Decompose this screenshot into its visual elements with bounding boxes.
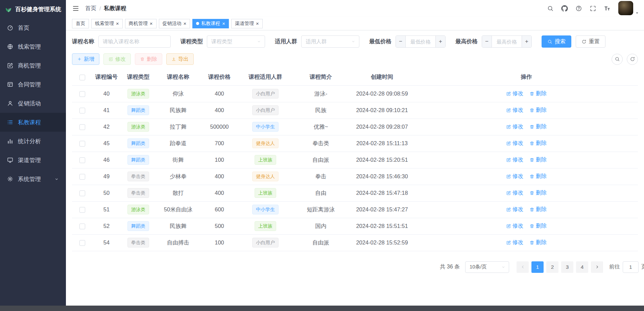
row-edit-link[interactable]: 修改 <box>506 206 523 213</box>
course-audience-cell: 小白用户 <box>238 234 292 251</box>
sidebar-item-home[interactable]: 首页 <box>0 18 66 37</box>
search-button[interactable]: 搜索 <box>542 35 571 48</box>
row-checkbox[interactable] <box>79 174 85 180</box>
sidebar-item-channel[interactable]: 渠道管理 <box>0 151 66 170</box>
page-button-2[interactable]: 2 <box>546 261 558 273</box>
tab-business[interactable]: 商机管理× <box>125 19 157 28</box>
page-button-4[interactable]: 4 <box>576 261 588 273</box>
breadcrumb-home[interactable]: 首页 <box>85 5 96 12</box>
user-menu[interactable] <box>618 1 639 16</box>
row-delete-link[interactable]: 删除 <box>529 90 547 97</box>
min-price-input[interactable] <box>406 36 435 47</box>
close-icon[interactable]: × <box>222 21 225 26</box>
tab-home[interactable]: 首页 <box>72 19 89 28</box>
fullscreen-button[interactable] <box>587 2 599 15</box>
goto-label: 前往 <box>609 263 620 270</box>
sidebar-item-promotion[interactable]: 促销活动 <box>0 94 66 113</box>
export-button[interactable]: 导出 <box>166 53 194 65</box>
refresh-table-button[interactable] <box>627 54 638 65</box>
tab-promotion[interactable]: 促销活动× <box>159 19 190 28</box>
sidebar-item-system[interactable]: 系统管理 <box>0 170 66 188</box>
select-all-checkbox[interactable] <box>79 75 85 80</box>
row-delete-link[interactable]: 删除 <box>529 173 547 180</box>
toggle-search-button[interactable] <box>612 54 623 65</box>
row-checkbox[interactable] <box>79 141 85 147</box>
column-header: 课程简介 <box>292 69 349 85</box>
edit-button[interactable]: 修改 <box>103 53 131 65</box>
font-size-button[interactable] <box>601 2 613 15</box>
app-logo[interactable]: 百杉健身管理系统 <box>0 0 66 18</box>
tab-channel[interactable]: 渠道管理× <box>231 19 263 28</box>
reset-button[interactable]: 重置 <box>576 35 605 48</box>
sidebar-item-label: 合同管理 <box>18 81 41 88</box>
row-edit-link[interactable]: 修改 <box>506 173 523 180</box>
sidebar-item-courses[interactable]: 私教课程 <box>0 113 66 132</box>
sidebar-item-business[interactable]: 商机管理 <box>0 56 66 75</box>
row-delete-link[interactable]: 删除 <box>529 206 547 213</box>
sidebar-item-contract[interactable]: 合同管理 <box>0 75 66 94</box>
row-edit-link[interactable]: 修改 <box>506 123 523 130</box>
close-icon[interactable]: × <box>116 21 119 26</box>
row-edit-link[interactable]: 修改 <box>506 223 523 230</box>
tab-label: 促销活动 <box>163 21 182 27</box>
row-edit-link[interactable]: 修改 <box>506 107 523 114</box>
page-button-3[interactable]: 3 <box>561 261 573 273</box>
delete-button[interactable]: 删除 <box>135 53 162 65</box>
column-header: 创建时间 <box>349 69 415 85</box>
row-edit-link[interactable]: 修改 <box>506 156 523 163</box>
github-button[interactable] <box>559 2 570 15</box>
max-price-decrease-button[interactable]: − <box>482 36 492 47</box>
row-delete-link[interactable]: 删除 <box>529 123 547 130</box>
actions-cell: 修改删除 <box>415 234 638 251</box>
sidebar: 百杉健身管理系统 首页线索管理商机管理合同管理促销活动私教课程统计分析渠道管理系… <box>0 0 66 311</box>
course-audience-cell: 上班族 <box>238 152 292 168</box>
row-checkbox[interactable] <box>79 157 85 163</box>
max-price-increase-button[interactable]: + <box>522 36 531 47</box>
row-checkbox[interactable] <box>79 91 85 97</box>
row-edit-link[interactable]: 修改 <box>506 90 523 97</box>
sidebar-item-statistics[interactable]: 统计分析 <box>0 132 66 151</box>
next-page-button[interactable] <box>591 261 603 273</box>
prev-page-button[interactable] <box>517 261 529 273</box>
page-button-1[interactable]: 1 <box>531 261 544 273</box>
row-checkbox[interactable] <box>79 108 85 113</box>
delete-icon <box>529 141 534 146</box>
close-icon[interactable]: × <box>256 21 259 26</box>
row-checkbox[interactable] <box>79 124 85 130</box>
row-edit-link[interactable]: 修改 <box>506 140 523 147</box>
row-checkbox[interactable] <box>79 224 85 229</box>
column-header: 操作 <box>415 69 638 85</box>
course-type-select[interactable]: 课程类型 <box>207 35 265 48</box>
row-checkbox[interactable] <box>79 207 85 213</box>
row-checkbox[interactable] <box>79 240 85 246</box>
close-icon[interactable]: × <box>184 21 187 26</box>
sidebar-item-leads[interactable]: 线索管理 <box>0 37 66 56</box>
tab-courses[interactable]: 私教课程× <box>192 19 229 28</box>
row-delete-link[interactable]: 删除 <box>529 107 547 114</box>
row-delete-link[interactable]: 删除 <box>529 189 547 197</box>
row-checkbox[interactable] <box>79 190 85 196</box>
course-name-cell: 少林拳 <box>156 168 200 185</box>
header-search-button[interactable] <box>545 2 556 15</box>
hamburger-icon[interactable] <box>72 5 79 12</box>
audience-select[interactable]: 适用人群 <box>301 35 359 48</box>
close-icon[interactable]: × <box>150 21 153 26</box>
row-delete-link[interactable]: 删除 <box>529 140 547 147</box>
row-delete-link[interactable]: 删除 <box>529 239 547 246</box>
max-price-input[interactable] <box>492 36 522 47</box>
course-name-input[interactable] <box>98 35 171 48</box>
min-price-decrease-button[interactable]: − <box>396 36 406 47</box>
add-button[interactable]: 新增 <box>72 53 99 65</box>
goto-page-input[interactable] <box>623 261 639 273</box>
created-time-cell: 2024-02-28 15:47:27 <box>349 201 415 218</box>
row-delete-link[interactable]: 删除 <box>529 223 547 230</box>
help-button[interactable] <box>573 2 585 15</box>
max-price-label: 最高价格 <box>455 38 478 45</box>
page-size-select[interactable]: 10条/页 <box>465 261 509 273</box>
row-edit-link[interactable]: 修改 <box>506 189 523 197</box>
row-edit-link[interactable]: 修改 <box>506 239 523 246</box>
row-delete-link[interactable]: 删除 <box>529 156 547 163</box>
course-id-cell: 54 <box>92 234 121 251</box>
tab-leads[interactable]: 线索管理× <box>91 19 123 28</box>
min-price-increase-button[interactable]: + <box>435 36 445 47</box>
